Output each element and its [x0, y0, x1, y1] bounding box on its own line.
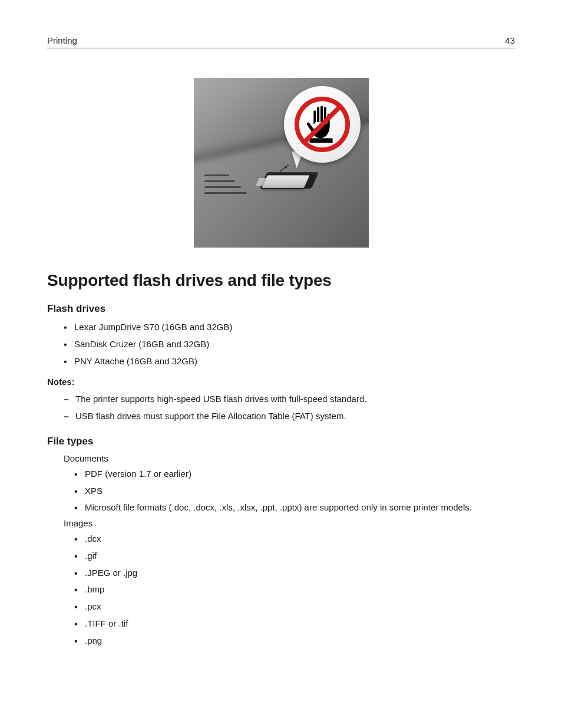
images-label: Images — [47, 518, 515, 528]
list-item: USB flash drives must support the File A… — [64, 410, 515, 423]
list-item: .png — [74, 634, 515, 647]
svg-rect-4 — [309, 139, 332, 143]
usb-do-not-touch-figure — [194, 78, 369, 248]
svg-point-2 — [285, 166, 286, 167]
list-item: .pcx — [74, 600, 515, 613]
file-types-heading: File types — [47, 436, 515, 447]
notes-label: Notes: — [47, 377, 515, 387]
list-item: .JPEG or .jpg — [74, 566, 515, 579]
list-item: SanDisk Cruzer (16GB and 32GB) — [64, 338, 515, 351]
documents-list: PDF (version 1.7 or earlier) XPS Microso… — [47, 467, 515, 514]
page-header: Printing 43 — [47, 35, 515, 48]
header-section: Printing — [47, 35, 77, 45]
list-item: PNY Attache (16GB and 32GB) — [64, 355, 515, 368]
documents-label: Documents — [47, 453, 515, 463]
flash-drives-list: Lexar JumpDrive S70 (16GB and 32GB) SanD… — [47, 321, 515, 367]
page-title: Supported flash drives and file types — [47, 271, 515, 290]
list-item: .bmp — [74, 583, 515, 596]
figure-container — [47, 78, 515, 248]
list-item: PDF (version 1.7 or earlier) — [74, 467, 515, 480]
svg-point-0 — [280, 170, 281, 171]
list-item: .TIFF or .tif — [74, 617, 515, 630]
svg-rect-1 — [286, 167, 287, 169]
list-item: Lexar JumpDrive S70 (16GB and 32GB) — [64, 321, 515, 334]
list-item: Microsoft file formats (.doc, .docx, .xl… — [74, 501, 515, 514]
list-item: XPS — [74, 485, 515, 498]
flash-drives-heading: Flash drives — [47, 303, 515, 315]
list-item: The printer supports high-speed USB flas… — [64, 393, 515, 406]
images-list: .dcx .gif .JPEG or .jpg .bmp .pcx .TIFF … — [47, 532, 515, 647]
list-item: .gif — [74, 549, 515, 562]
list-item: .dcx — [74, 532, 515, 545]
header-page-number: 43 — [505, 35, 515, 45]
do-not-touch-icon — [284, 86, 361, 163]
notes-list: The printer supports high-speed USB flas… — [47, 393, 515, 423]
